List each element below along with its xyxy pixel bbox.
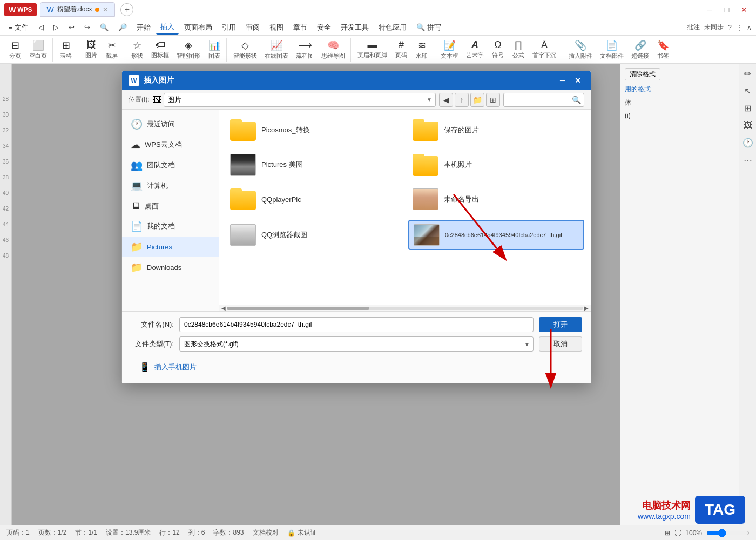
filetype-label: 文件类型(T): xyxy=(131,339,174,349)
location-value: 图片 xyxy=(167,95,181,105)
nav-new-folder-button[interactable]: 📁 xyxy=(470,93,484,107)
location-area: 🖼 图片 xyxy=(153,93,436,107)
team-doc-icon: 👥 xyxy=(131,159,143,171)
dialog-nav-buttons: ◀ ↑ 📁 ⊞ xyxy=(439,93,500,107)
my-docs-icon: 📄 xyxy=(131,220,143,232)
insert-image-dialog: W 插入图片 ─ ✕ 位置(I): 🖼 图片 ◀ xyxy=(122,70,591,383)
file-item-picosmos[interactable]: Picosmos_转换 xyxy=(226,116,402,144)
downloads-icon: 📁 xyxy=(131,261,143,273)
folder-icon-qqplayer xyxy=(230,188,256,210)
search-icon: 🔍 xyxy=(572,96,581,104)
nav-downloads-label: Downloads xyxy=(147,264,181,272)
wps-cloud-icon: ☁ xyxy=(131,139,140,151)
nav-pictures-label: Pictures xyxy=(147,243,172,251)
cancel-button[interactable]: 取消 xyxy=(539,336,582,352)
file-item-unnamed-export[interactable]: 未命名导出 xyxy=(408,185,584,213)
phone-insert-label: 插入手机图片 xyxy=(154,362,197,372)
scrollbar-track[interactable] xyxy=(227,307,583,310)
nav-view-button[interactable]: ⊞ xyxy=(486,93,500,107)
location-folder-icon: 🖼 xyxy=(153,95,161,105)
nav-computer-label: 计算机 xyxy=(147,181,168,191)
nav-downloads[interactable]: 📁 Downloads xyxy=(122,257,219,278)
phone-insert-link[interactable]: 📱 插入手机图片 xyxy=(131,356,582,377)
recent-icon: 🕐 xyxy=(131,118,143,130)
nav-recent[interactable]: 🕐 最近访问 xyxy=(122,114,219,134)
computer-icon: 💻 xyxy=(131,180,143,192)
location-label: 位置(I): xyxy=(129,95,150,104)
file-item-qq-browser[interactable]: QQ浏览器截图 xyxy=(226,220,402,250)
pictures-icon: 📁 xyxy=(131,241,143,253)
folder-icon-picosmos xyxy=(230,119,256,141)
search-area: 🔍 xyxy=(503,93,584,107)
dialog-scrollbar-h[interactable]: ◀ ▶ xyxy=(219,305,591,311)
thumb-gif xyxy=(414,224,440,246)
file-browser-area: Picosmos_转换 保存的图片 xyxy=(219,110,591,311)
file-name-qqplayer: QQplayerPic xyxy=(261,195,301,204)
file-item-saved[interactable]: 保存的图片 xyxy=(408,116,584,144)
dialog-footer: 文件名(N): 打开 文件类型(T): 图形交换格式(*.gif) ▼ 取消 📱… xyxy=(122,311,591,383)
nav-wps-cloud[interactable]: ☁ WPS云文档 xyxy=(122,134,219,155)
dialog-close-button[interactable]: ✕ xyxy=(571,74,584,87)
thumb-pictures-meitu xyxy=(230,154,256,176)
file-item-pictures-meitu[interactable]: Pictures 美图 xyxy=(226,151,402,179)
dialog-titlebar: W 插入图片 ─ ✕ xyxy=(122,71,591,90)
dialog-title-controls: ─ ✕ xyxy=(556,74,584,87)
nav-team-doc[interactable]: 👥 团队文档 xyxy=(122,155,219,176)
nav-recent-label: 最近访问 xyxy=(147,119,175,129)
filetype-value: 图形交换格式(*.gif) xyxy=(184,340,239,349)
scroll-left-arrow[interactable]: ◀ xyxy=(220,305,227,311)
folder-icon-saved xyxy=(413,119,438,141)
thumb-qq-browser xyxy=(230,224,256,246)
desktop-icon: 🖥 xyxy=(131,200,140,212)
location-combo[interactable]: 图片 xyxy=(164,93,436,107)
dialog-overlay: W 插入图片 ─ ✕ 位置(I): 🖼 图片 ◀ xyxy=(0,0,756,540)
wps-window: W WPS W 粉望着.docx ✕ + ─ □ ✕ ≡ 文件 ◁ ▷ ↩ ↪ … xyxy=(0,0,756,540)
dialog-nav-panel: 🕐 最近访问 ☁ WPS云文档 👥 团队文档 💻 计算机 xyxy=(122,110,219,311)
file-name-local-photos: 本机照片 xyxy=(444,160,472,170)
file-item-gif[interactable]: 0c2848cb6e614b4f9345940fcba2edc7_th.gif xyxy=(408,220,584,250)
filetype-combo[interactable]: 图形交换格式(*.gif) ▼ xyxy=(179,336,534,352)
filetype-dropdown-icon: ▼ xyxy=(524,341,530,347)
file-name-pictures-meitu: Pictures 美图 xyxy=(261,160,303,170)
scrollbar-thumb[interactable] xyxy=(227,307,369,310)
dialog-minimize-button[interactable]: ─ xyxy=(556,74,569,87)
file-item-qqplayer[interactable]: QQplayerPic xyxy=(226,185,402,213)
open-button[interactable]: 打开 xyxy=(539,317,582,332)
nav-team-doc-label: 团队文档 xyxy=(147,160,175,170)
nav-wps-cloud-label: WPS云文档 xyxy=(145,140,182,150)
file-name-saved: 保存的图片 xyxy=(444,125,479,135)
nav-computer[interactable]: 💻 计算机 xyxy=(122,176,219,196)
nav-my-docs[interactable]: 📄 我的文档 xyxy=(122,216,219,237)
dialog-files: Picosmos_转换 保存的图片 xyxy=(219,110,591,305)
filename-label: 文件名(N): xyxy=(131,320,174,329)
file-name-unnamed-export: 未命名导出 xyxy=(444,194,479,204)
phone-icon: 📱 xyxy=(139,362,150,372)
nav-my-docs-label: 我的文档 xyxy=(147,221,175,231)
filename-input[interactable] xyxy=(179,317,534,332)
dialog-toolbar: 位置(I): 🖼 图片 ◀ ↑ 📁 ⊞ 🔍 xyxy=(122,90,591,110)
nav-back-button[interactable]: ◀ xyxy=(439,93,453,107)
footer-filename-row: 文件名(N): 打开 xyxy=(131,317,582,332)
dialog-title-label: 插入图片 xyxy=(144,76,174,85)
dialog-title-icon: W xyxy=(129,75,139,86)
nav-desktop-label: 桌面 xyxy=(145,201,159,211)
dialog-body: 🕐 最近访问 ☁ WPS云文档 👥 团队文档 💻 计算机 xyxy=(122,110,591,311)
scroll-right-arrow[interactable]: ▶ xyxy=(583,305,590,311)
nav-up-button[interactable]: ↑ xyxy=(455,93,469,107)
footer-filetype-row: 文件类型(T): 图形交换格式(*.gif) ▼ 取消 xyxy=(131,336,582,352)
file-item-local-photos[interactable]: 本机照片 xyxy=(408,151,584,179)
thumb-unnamed-export xyxy=(413,188,438,210)
file-name-gif: 0c2848cb6e614b4f9345940fcba2edc7_th.gif xyxy=(445,232,562,238)
folder-icon-local-photos xyxy=(413,154,438,176)
nav-pictures[interactable]: 📁 Pictures xyxy=(122,237,219,257)
file-name-qq-browser: QQ浏览器截图 xyxy=(261,230,307,240)
nav-desktop[interactable]: 🖥 桌面 xyxy=(122,196,219,216)
file-name-picosmos: Picosmos_转换 xyxy=(261,125,310,135)
